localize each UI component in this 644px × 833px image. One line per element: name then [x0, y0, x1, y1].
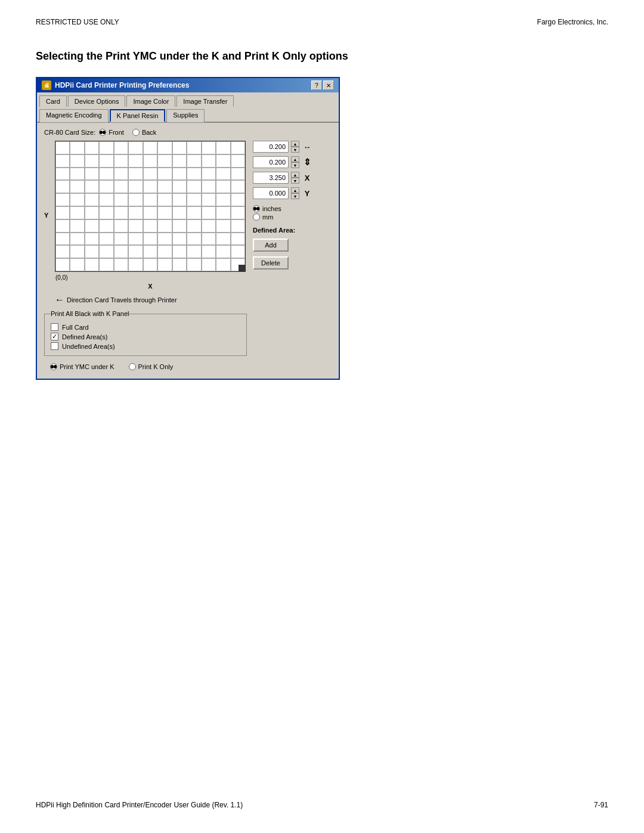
- undefined-areas-checkbox[interactable]: [51, 342, 58, 350]
- grid-cell: [143, 233, 157, 246]
- close-button[interactable]: ✕: [323, 80, 334, 90]
- grid-cell: [157, 154, 172, 168]
- grid-cell: [216, 154, 230, 168]
- width-up[interactable]: ▲: [291, 141, 299, 147]
- height-up[interactable]: ▲: [291, 156, 299, 162]
- dialog-icon: 🖨: [42, 80, 51, 90]
- grid-cell: [70, 141, 84, 154]
- grid-cell: [143, 245, 157, 258]
- grid-cell: [157, 206, 172, 219]
- y-input[interactable]: [253, 187, 289, 199]
- help-button[interactable]: ?: [311, 80, 322, 90]
- y-up[interactable]: ▲: [291, 187, 299, 193]
- grid-cell: [202, 233, 216, 246]
- grid-cell: [99, 206, 113, 219]
- grid-cell: [187, 168, 201, 181]
- page-footer: HDPii High Definition Card Printer/Encod…: [0, 801, 644, 809]
- mm-row[interactable]: mm: [253, 213, 332, 221]
- print-k-only-radio[interactable]: Print K Only: [129, 363, 174, 370]
- defined-area-label: Defined Area:: [253, 227, 332, 234]
- grid-cell: [99, 219, 113, 233]
- x-spinner[interactable]: ▲ ▼: [291, 172, 299, 184]
- print-ymc-under-k-radio[interactable]: Print YMC under K: [50, 363, 114, 370]
- grid-cell: [85, 219, 99, 233]
- grid-cell: [128, 233, 143, 246]
- back-radio-input[interactable]: [132, 129, 140, 136]
- grid-cell: [202, 219, 216, 233]
- width-input[interactable]: [253, 141, 289, 153]
- grid-cell: [187, 180, 201, 193]
- grid-cell: [85, 245, 99, 258]
- x-down[interactable]: ▼: [291, 178, 299, 184]
- grid-cell: [143, 193, 157, 206]
- height-icon: ⇕: [302, 157, 312, 168]
- height-spinner[interactable]: ▲ ▼: [291, 156, 299, 168]
- defined-areas-label: Defined Area(s): [62, 333, 107, 340]
- origin-label: (0,0): [55, 274, 68, 281]
- header-right: Fargo Electronics, Inc.: [537, 18, 608, 26]
- grid-cell: [216, 233, 230, 246]
- cr80-back-radio[interactable]: Back: [132, 129, 156, 136]
- height-input[interactable]: [253, 156, 289, 168]
- grid-cell: [99, 233, 113, 246]
- grid-cell: [114, 258, 128, 271]
- inches-row[interactable]: inches: [253, 205, 332, 212]
- y-down[interactable]: ▼: [291, 193, 299, 199]
- delete-button[interactable]: Delete: [253, 256, 289, 270]
- ymc-under-k-radio-input[interactable]: [50, 363, 57, 370]
- tab-supplies[interactable]: Supplies: [166, 109, 205, 122]
- grid-cell: [70, 154, 84, 168]
- tab-card[interactable]: Card: [39, 95, 67, 107]
- inches-radio[interactable]: [253, 205, 260, 212]
- card-grid: // Generate grid cells const grid = docu…: [55, 141, 246, 272]
- grid-cell: [172, 193, 187, 206]
- grid-cell: [202, 168, 216, 181]
- dialog-window: 🖨 HDPii Card Printer Printing Preference…: [36, 77, 340, 380]
- undefined-areas-row[interactable]: Undefined Area(s): [51, 342, 240, 350]
- grid-cell: [216, 219, 230, 233]
- defined-areas-row[interactable]: Defined Area(s): [51, 333, 240, 340]
- grid-cell: [114, 193, 128, 206]
- grid-cell: [187, 206, 201, 219]
- dialog-tabs: Card Device Options Image Color Image Tr…: [37, 92, 339, 107]
- tab-image-color[interactable]: Image Color: [126, 95, 175, 107]
- grid-cell: [128, 206, 143, 219]
- tab-k-panel-resin[interactable]: K Panel Resin: [110, 109, 166, 122]
- grid-cell: [187, 233, 201, 246]
- footer-left: HDPii High Definition Card Printer/Encod…: [36, 801, 243, 809]
- grid-cell: [70, 245, 84, 258]
- width-spinner[interactable]: ▲ ▼: [291, 141, 299, 153]
- add-button[interactable]: Add: [253, 239, 289, 252]
- grid-cell: [202, 258, 216, 271]
- grid-cell: [55, 141, 70, 154]
- grid-cell: [157, 233, 172, 246]
- grid-cell: [85, 141, 99, 154]
- grid-cell: [216, 258, 230, 271]
- front-radio-input[interactable]: [99, 129, 106, 136]
- grid-cell: [114, 206, 128, 219]
- k-only-radio-input[interactable]: [129, 363, 136, 370]
- defined-areas-checkbox[interactable]: [51, 333, 58, 340]
- tab-image-transfer[interactable]: Image Transfer: [177, 95, 234, 107]
- grid-cell: [143, 206, 157, 219]
- cr80-front-radio[interactable]: Front: [99, 129, 124, 136]
- height-down[interactable]: ▼: [291, 162, 299, 168]
- bottom-radio-row: Print YMC under K Print K Only: [44, 361, 332, 373]
- grid-cell: [202, 206, 216, 219]
- grid-cell: [85, 258, 99, 271]
- grid-cell: [114, 180, 128, 193]
- x-up[interactable]: ▲: [291, 172, 299, 178]
- x-input[interactable]: [253, 172, 289, 184]
- grid-cell: [114, 219, 128, 233]
- tab-magnetic-encoding[interactable]: Magnetic Encoding: [39, 109, 109, 122]
- full-card-row[interactable]: Full Card: [51, 323, 240, 331]
- grid-cell: [143, 180, 157, 193]
- y-spinner[interactable]: ▲ ▼: [291, 187, 299, 199]
- grid-cell: [143, 168, 157, 181]
- full-card-checkbox[interactable]: [51, 323, 58, 331]
- card-grid-container: Y // Generate grid cells const grid = do…: [44, 141, 246, 290]
- width-down[interactable]: ▼: [291, 147, 299, 153]
- tab-device-options[interactable]: Device Options: [68, 95, 126, 107]
- grid-cell: [70, 258, 84, 271]
- mm-radio[interactable]: [253, 213, 260, 221]
